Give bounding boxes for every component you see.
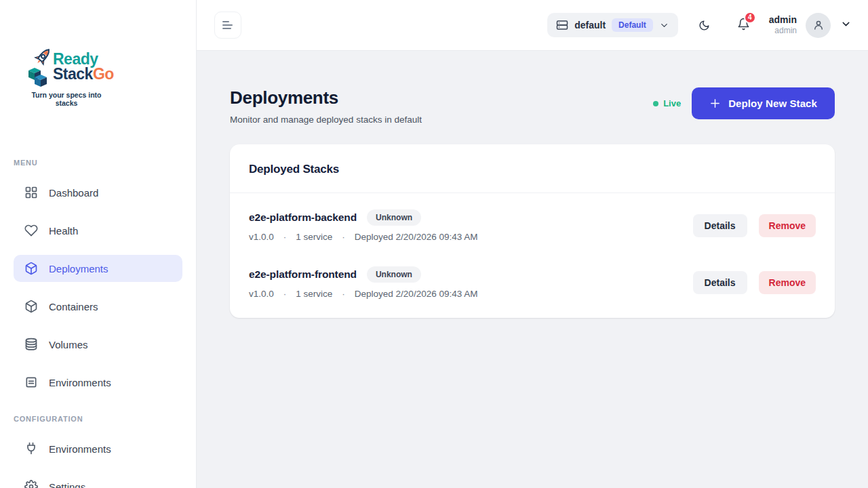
catalog-icon <box>24 375 38 389</box>
dot-separator: · <box>283 232 287 242</box>
sidebar-item-health[interactable]: Health <box>14 217 182 244</box>
dark-mode-toggle[interactable] <box>698 20 710 31</box>
sidebar-item-label: Health <box>49 225 78 237</box>
stack-status-badge: Unknown <box>367 209 421 226</box>
stack-row-frontend: e2e-platform-frontend Unknown v1.0.0 · 1… <box>230 254 835 311</box>
user-icon <box>812 19 825 31</box>
moon-icon <box>698 20 710 31</box>
deploy-button-label: Deploy New Stack <box>728 98 817 109</box>
brand-tagline: Turn your specs into stacks <box>24 91 108 107</box>
dot-separator: · <box>283 289 287 299</box>
gear-icon <box>24 480 38 488</box>
brand-logo: Ready StackGo Turn your specs into stack… <box>24 47 108 107</box>
sidebar-item-label: Environments <box>49 377 111 388</box>
sidebar-item-dashboard[interactable]: Dashboard <box>14 179 182 206</box>
user-role: admin <box>769 26 797 36</box>
stack-service-count: 1 service <box>296 232 332 242</box>
sidebar-item-volumes[interactable]: Volumes <box>14 331 182 358</box>
live-status-indicator: Live <box>653 98 681 108</box>
user-name: admin <box>769 14 797 26</box>
stack-version: v1.0.0 <box>249 289 274 299</box>
user-menu-labels[interactable]: admin admin <box>769 14 797 37</box>
sidebar-section-menu: MENU <box>14 159 196 167</box>
card-title: Deployed Stacks <box>249 163 816 176</box>
chevron-down-icon <box>659 20 669 30</box>
remove-button[interactable]: Remove <box>759 271 816 294</box>
deployed-stacks-card: Deployed Stacks e2e-platform-backend Unk… <box>230 144 835 318</box>
stack-service-count: 1 service <box>296 289 332 299</box>
sidebar-item-label: Dashboard <box>49 187 98 199</box>
live-label: Live <box>663 98 681 108</box>
sidebar: Ready StackGo Turn your specs into stack… <box>0 0 197 488</box>
stack-version: v1.0.0 <box>249 232 274 242</box>
server-icon <box>556 19 568 31</box>
details-button[interactable]: Details <box>693 214 747 237</box>
notification-count-badge: 4 <box>744 12 756 24</box>
plus-icon <box>709 98 721 109</box>
rocket-stack-logo-icon <box>24 47 56 87</box>
sidebar-item-label: Settings <box>49 481 85 488</box>
sidebar-item-stack-catalog[interactable]: Environments <box>14 369 182 396</box>
sidebar-item-label: Volumes <box>49 339 88 350</box>
avatar[interactable] <box>806 13 831 38</box>
sidebar-section-configuration: CONFIGURATION <box>14 415 196 423</box>
details-button[interactable]: Details <box>693 271 747 294</box>
stack-deployed-date: Deployed 2/20/2026 09:43 AM <box>355 289 478 299</box>
stack-meta: v1.0.0 · 1 service · Deployed 2/20/2026 … <box>249 232 477 242</box>
sidebar-item-settings[interactable]: Settings <box>14 473 182 488</box>
sidebar-item-label: Containers <box>49 301 98 312</box>
database-icon <box>24 338 38 351</box>
environment-selector[interactable]: default Default <box>547 13 678 37</box>
hamburger-icon <box>222 20 234 30</box>
notifications-button[interactable]: 4 <box>737 17 750 34</box>
live-dot <box>653 101 658 106</box>
topbar: default Default 4 admin admin <box>197 0 868 51</box>
page-subtitle: Monitor and manage deployed stacks in de… <box>230 115 422 125</box>
stack-deployed-date: Deployed 2/20/2026 09:43 AM <box>355 232 478 242</box>
sidebar-item-deployments[interactable]: Deployments <box>14 255 182 282</box>
sidebar-item-containers[interactable]: Containers <box>14 293 182 320</box>
brand-wordmark: Ready StackGo <box>53 52 114 82</box>
environment-default-badge: Default <box>612 18 653 32</box>
remove-button[interactable]: Remove <box>759 214 816 237</box>
plug-icon <box>24 442 38 455</box>
stack-row-backend: e2e-platform-backend Unknown v1.0.0 · 1 … <box>230 197 835 254</box>
main-content: Deployments Monitor and manage deployed … <box>197 51 868 488</box>
brand-word-go: Go <box>93 65 114 83</box>
stack-status-badge: Unknown <box>367 266 421 283</box>
sidebar-item-environments[interactable]: Environments <box>14 435 182 462</box>
user-menu-chevron[interactable] <box>840 18 852 33</box>
dot-separator: · <box>342 232 345 242</box>
stack-name: e2e-platform-backend <box>249 211 357 224</box>
stack-meta: v1.0.0 · 1 service · Deployed 2/20/2026 … <box>249 289 477 299</box>
sidebar-item-label: Environments <box>49 443 111 455</box>
stack-name: e2e-platform-frontend <box>249 268 357 281</box>
heart-icon <box>24 224 38 237</box>
grid-icon <box>24 186 38 199</box>
environment-name: default <box>574 20 606 30</box>
chevron-down-icon <box>840 18 852 30</box>
page-title: Deployments <box>230 87 422 108</box>
brand-word-stack: Stack <box>53 65 93 83</box>
cube-icon <box>24 300 38 313</box>
sidebar-toggle-button[interactable] <box>214 12 241 39</box>
dot-separator: · <box>342 289 345 299</box>
deploy-new-stack-button[interactable]: Deploy New Stack <box>692 87 835 119</box>
sidebar-item-label: Deployments <box>49 263 108 274</box>
cube-icon <box>24 262 38 275</box>
